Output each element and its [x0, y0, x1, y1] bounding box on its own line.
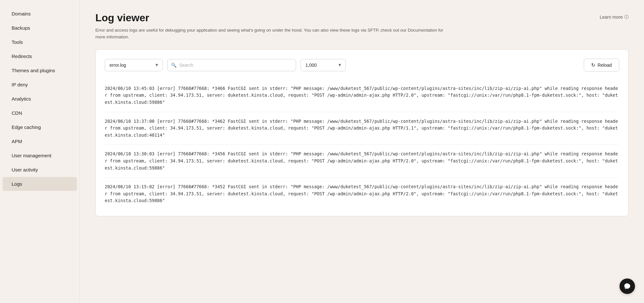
- sidebar-item-user-activity[interactable]: User activity: [3, 163, 77, 177]
- lines-select[interactable]: 1005001,0002,0005,000: [301, 59, 346, 71]
- sidebar-item-logs[interactable]: Logs: [3, 177, 77, 191]
- main-content: Log viewer Learn more ⓘ Error and access…: [80, 0, 644, 303]
- sidebar-item-backups[interactable]: Backups: [3, 21, 77, 35]
- sidebar-item-user-management[interactable]: User management: [3, 149, 77, 162]
- chat-support-button[interactable]: [620, 279, 635, 294]
- sidebar-item-redirects[interactable]: Redirects: [3, 49, 77, 63]
- chat-icon: [624, 283, 631, 290]
- sidebar-item-tools[interactable]: Tools: [3, 35, 77, 49]
- search-input[interactable]: [167, 59, 296, 71]
- log-entry: 2024/06/10 13:45:03 [error] 77668#77668:…: [105, 79, 619, 112]
- sidebar-item-apm[interactable]: APM: [3, 134, 77, 148]
- log-entry: 2024/06/10 13:30:03 [error] 77668#77668:…: [105, 144, 619, 177]
- sidebar-item-edge-caching[interactable]: Edge caching: [3, 120, 77, 134]
- page-description: Error and access logs are useful for deb…: [95, 27, 450, 40]
- page-title: Log viewer: [95, 12, 149, 24]
- sidebar-item-analytics[interactable]: Analytics: [3, 92, 77, 106]
- page-header: Log viewer Learn more ⓘ: [95, 12, 629, 24]
- reload-icon: ↻: [591, 62, 595, 68]
- sidebar-item-cdn[interactable]: CDN: [3, 106, 77, 120]
- sidebar-item-themes-and-plugins[interactable]: Themes and plugins: [3, 64, 77, 77]
- sidebar-item-domains[interactable]: Domains: [3, 7, 77, 21]
- controls-bar: error.logaccess.log ▼ 🔍 1005001,0002,000…: [105, 59, 619, 72]
- sidebar-item-ip-deny[interactable]: IP deny: [3, 78, 77, 92]
- search-wrapper: 🔍: [167, 59, 296, 71]
- learn-more-label: Learn more: [600, 15, 623, 20]
- external-link-icon: ⓘ: [624, 14, 629, 20]
- sidebar: DomainsBackupsToolsRedirectsThemes and p…: [0, 0, 80, 303]
- log-entry: 2024/06/10 13:37:00 [error] 77668#77668:…: [105, 112, 619, 145]
- log-entry: 2024/06/10 13:15:02 [error] 77668#77668:…: [105, 177, 619, 210]
- log-file-select[interactable]: error.logaccess.log: [105, 59, 163, 71]
- log-card: error.logaccess.log ▼ 🔍 1005001,0002,000…: [95, 49, 629, 216]
- lines-select-wrapper: 1005001,0002,0005,000 ▼: [301, 59, 346, 71]
- reload-button[interactable]: ↻ Reload: [584, 59, 619, 72]
- log-file-select-wrapper: error.logaccess.log ▼: [105, 59, 163, 71]
- learn-more-link[interactable]: Learn more ⓘ: [600, 14, 629, 20]
- log-entries-container: 2024/06/10 13:45:03 [error] 77668#77668:…: [105, 79, 619, 210]
- reload-label: Reload: [598, 63, 612, 68]
